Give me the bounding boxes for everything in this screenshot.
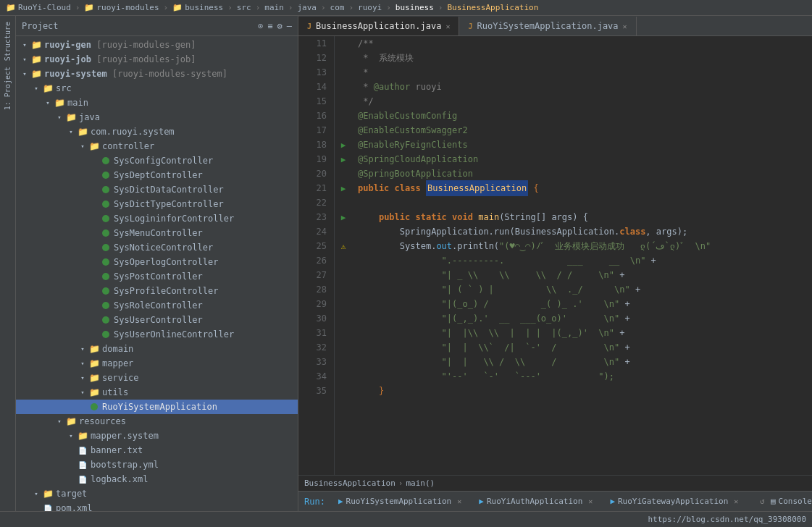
code-line-26: ".---------. ___ __ \n" + [358, 253, 806, 268]
tree-item-ruoyisystem[interactable]: 📁 ruoyi-system [ruoyi-modules-system] [16, 67, 298, 81]
tab-bar: J BusinessApplication.java ✕ J RuoYiSyst… [298, 16, 812, 36]
bc-com[interactable]: com [330, 3, 345, 12]
project-title: Project [22, 21, 59, 31]
tree-item-sysoperlogctl[interactable]: SysOperlogController [16, 255, 298, 269]
tree-item-main[interactable]: 📁 main [16, 96, 298, 110]
bc-business[interactable]: 📁 business [172, 3, 223, 12]
gutter: ▶ ▶ ▶ ▶ ⚠ [335, 36, 352, 475]
bc-ruoyi[interactable]: ruoyi [358, 3, 382, 12]
tree-item-mappersystem[interactable]: 📁 mapper.system [16, 429, 298, 443]
folder-icon-2: 📁 [172, 3, 183, 12]
structure-label[interactable]: Structure [4, 19, 12, 64]
arrow-ruoyigen [19, 41, 30, 49]
tree-item-resources[interactable]: 📁 resources [16, 414, 298, 429]
bc-modules[interactable]: 📁 ruoyi-modules [84, 3, 159, 12]
folder-icon-ruoyijob: 📁 [30, 54, 42, 64]
run-tab-ruoyisystemapp[interactable]: ▶ RuoYiSystemApplication ✕ [334, 495, 466, 507]
bc-ruoyicloud[interactable]: 📁 RuoYi-Cloud [6, 3, 71, 12]
tree-item-ruoyigen[interactable]: 📁 ruoyi-gen [ruoyi-modules-gen] [16, 38, 298, 52]
bc-method: main() [406, 478, 435, 488]
settings-icon[interactable]: ⚙ [277, 21, 282, 31]
run-label: Run: [304, 497, 325, 507]
java-icon-tab1: J [307, 22, 311, 30]
bc-java[interactable]: java [297, 3, 317, 12]
close-runtab3[interactable]: ✕ [734, 497, 738, 505]
code-line-22 [358, 195, 806, 210]
code-line-15: */ [358, 94, 806, 109]
tree-item-utils[interactable]: 📁 utils [16, 385, 298, 400]
tree-item-logbackxml[interactable]: 📄 logback.xml [16, 472, 298, 486]
tree-item-ruoyijob[interactable]: 📁 ruoyi-job [ruoyi-modules-job] [16, 52, 298, 67]
gutter-icon-18[interactable]: ▶ [341, 140, 346, 150]
tree-item-service[interactable]: 📁 service [16, 371, 298, 385]
code-line-24: SpringApplication.run(BusinessApplicatio… [358, 224, 806, 239]
folder-icon-ruoyigen: 📁 [30, 40, 42, 50]
close-tab2[interactable]: ✕ [623, 22, 627, 30]
run-tab-ruoyiauthapp[interactable]: ▶ RuoYiAuthApplication ✕ [474, 495, 597, 507]
code-line-14: * @author ruoyi [358, 80, 806, 94]
tree-item-sysnoticectl[interactable]: SysNoticeController [16, 240, 298, 255]
tree-item-sysrolectl[interactable]: SysRoleController [16, 298, 298, 313]
bc-src[interactable]: src [237, 3, 251, 12]
code-line-19: @SpringCloudApplication [358, 152, 806, 166]
tree-item-controller[interactable]: 📁 controller [16, 139, 298, 153]
code-line-11: /** [358, 36, 806, 51]
code-line-21: public class BusinessApplication { [358, 181, 806, 195]
tree-item-bootstrapyml[interactable]: 📄 bootstrap.yml [16, 458, 298, 472]
tree-item-pomxml[interactable]: 📄 pom.xml [16, 501, 298, 511]
code-line-28: "| ( ` ) | \\ ._/ \n" + [358, 282, 806, 297]
tree-item-sysdicttypectrl[interactable]: SysDictTypeController [16, 197, 298, 211]
tree-item-sysdictdatactrl[interactable]: SysDictDataController [16, 182, 298, 197]
run-icon-authapp: ▶ [479, 497, 484, 506]
bc-main[interactable]: main [264, 3, 284, 12]
tree-item-target[interactable]: 📁 target [16, 486, 298, 501]
tree-item-sysdeptctrl[interactable]: SysDeptController [16, 168, 298, 182]
tree-item-mapper[interactable]: 📁 mapper [16, 356, 298, 371]
run-icon-23[interactable]: ▶ [341, 213, 346, 222]
project-label[interactable]: 1: Project [4, 64, 12, 113]
warn-icon-25[interactable]: ⚠ [341, 242, 346, 251]
code-line-23: public static void main(String[] args) { [358, 210, 806, 224]
console-tab[interactable]: ▤ Console [771, 497, 812, 506]
filter-icon[interactable]: ≡ [267, 21, 272, 31]
tab-ruoyisystemapp[interactable]: J RuoYiSystemApplication.java ✕ [459, 17, 636, 35]
arrow-ruoyijob [19, 56, 30, 63]
folder-icon-ruoyisystem: 📁 [30, 69, 42, 79]
side-panel-toggle[interactable]: Structure 1: Project [0, 16, 16, 511]
bc-business2[interactable]: business [395, 3, 434, 12]
code-line-33: "| | \\ / \\ / \n" + [358, 355, 806, 369]
tree-item-syslogctrl[interactable]: SysLogininforController [16, 211, 298, 226]
minimize-icon[interactable]: — [287, 21, 292, 31]
tree-item-sysuserctl[interactable]: SysUserController [16, 313, 298, 327]
close-runtab1[interactable]: ✕ [457, 497, 461, 505]
gutter-icon-19[interactable]: ▶ [341, 155, 346, 164]
tree-item-sysprofilectl[interactable]: SysProfileController [16, 284, 298, 298]
code-line-16: @EnableCustomConfig [358, 109, 806, 123]
editor-content: 11 12 13 14 15 16 17 18 19 20 21 22 23 2… [298, 36, 812, 475]
tree-item-comruoyi[interactable]: 📁 com.ruoyi.system [16, 125, 298, 139]
close-tab1[interactable]: ✕ [445, 22, 450, 30]
run-icon-21[interactable]: ▶ [341, 184, 346, 193]
status-url: https://blog.csdn.net/qq_39308000 [648, 515, 806, 524]
top-bar: 📁 RuoYi-Cloud › 📁 ruoyi-modules › 📁 busi… [0, 0, 812, 16]
close-runtab2[interactable]: ✕ [588, 497, 593, 505]
tab-businessapp[interactable]: J BusinessApplication.java ✕ [298, 17, 459, 35]
tree-item-bannertxt[interactable]: 📄 banner.txt [16, 443, 298, 458]
tree-item-ruoyisystemapp[interactable]: RuoYiSystemApplication [16, 400, 298, 414]
tree-item-domain[interactable]: 📁 domain [16, 342, 298, 356]
arrow-ruoyisystem [19, 70, 30, 77]
code-line-30: "|(_,_).' __ ___(o_o)' \n" + [358, 311, 806, 326]
code-line-18: @EnableRyFeignClients [358, 138, 806, 152]
run-tab-ruoyigatewayapp[interactable]: ▶ RuoYiGatewayApplication ✕ [606, 495, 742, 507]
bottom-icon-refresh[interactable]: ↺ [760, 497, 765, 506]
tree-item-src[interactable]: 📁 src [16, 81, 298, 96]
sync-icon[interactable]: ⊙ [258, 21, 263, 31]
tree-item-syspostctl[interactable]: SysPostController [16, 269, 298, 284]
tree-item-sysmenuctl[interactable]: SysMenuController [16, 226, 298, 240]
code-area[interactable]: /** * 系统模块 * * @author ruoyi */ @EnableC… [352, 36, 812, 475]
code-line-31: "| |\\ \\ | | | |(_,_)' \n" + [358, 326, 806, 340]
tree-item-java[interactable]: 📁 java [16, 110, 298, 125]
tree-item-sysconfigctrl[interactable]: SysConfigController [16, 153, 298, 168]
tree-item-sysuseronlinectl[interactable]: SysUserOnlineController [16, 327, 298, 342]
bc-classfile[interactable]: BusinessApplication [447, 3, 538, 12]
